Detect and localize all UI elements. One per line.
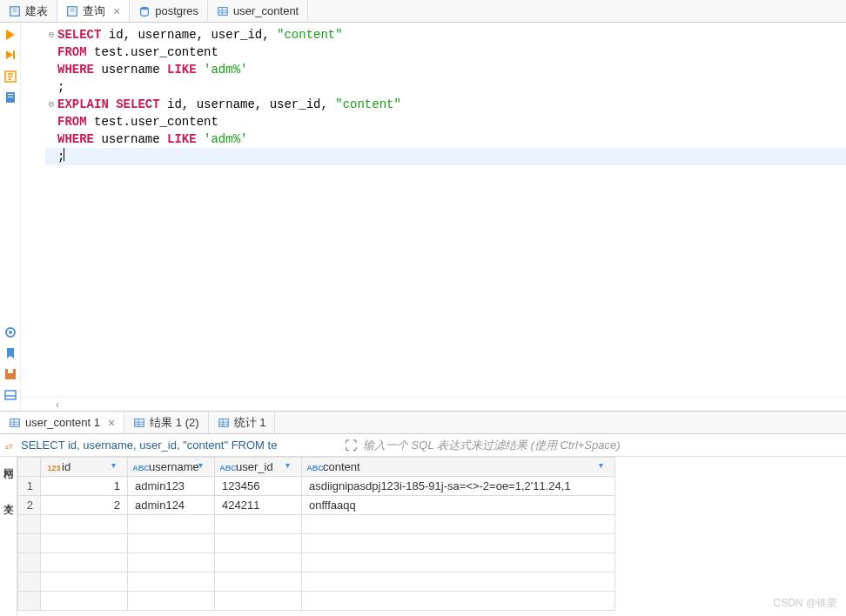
close-icon[interactable]: × xyxy=(108,416,115,430)
svg-rect-13 xyxy=(8,97,13,97)
cell[interactable]: 1 xyxy=(41,477,128,496)
sql-preview-text: SELECT id, username, user_id, "content" … xyxy=(21,439,277,452)
column-header[interactable]: ABCuser_id▾ xyxy=(215,458,302,477)
fold-marker[interactable]: ⊖ xyxy=(45,26,57,44)
results-tab[interactable]: 结果 1 (2) xyxy=(124,412,208,433)
svg-rect-3 xyxy=(218,7,228,15)
results-tab[interactable]: user_content 1× xyxy=(0,412,124,433)
results-tabs: user_content 1×结果 1 (2)统计 1 xyxy=(0,412,846,434)
svg-marker-8 xyxy=(6,50,13,59)
fold-marker[interactable]: ⊖ xyxy=(45,96,57,113)
run-icon[interactable] xyxy=(3,28,17,42)
editor-gutter xyxy=(21,23,42,397)
tab-label: 查询 xyxy=(83,3,105,19)
svg-rect-24 xyxy=(135,418,144,426)
editor-tab[interactable]: postgres xyxy=(130,0,208,22)
table-row xyxy=(18,534,615,553)
corner-cell xyxy=(18,458,41,477)
sql-preview[interactable]: sT SELECT id, username, user_id, "conten… xyxy=(0,439,344,452)
svg-marker-7 xyxy=(6,30,15,40)
table-icon xyxy=(9,417,21,429)
table-icon xyxy=(218,417,230,429)
svg-rect-18 xyxy=(5,391,16,399)
sql-icon xyxy=(66,5,78,17)
filter-input[interactable]: 输入一个 SQL 表达式来过滤结果 (使用 Ctrl+Space) xyxy=(358,438,846,453)
tab-label: 建表 xyxy=(25,3,48,19)
type-icon: 123 xyxy=(48,462,60,474)
tab-label: 结果 1 (2) xyxy=(150,415,198,431)
table-row xyxy=(18,572,615,592)
run-selection-icon[interactable] xyxy=(3,49,17,63)
grid-view-tabs: 网格 文本 xyxy=(0,457,17,616)
explain-icon[interactable] xyxy=(3,70,17,84)
table-row xyxy=(18,592,615,611)
row-number: 1 xyxy=(18,477,41,496)
sql-text-icon: sT xyxy=(5,439,17,452)
table-row[interactable]: 11admin123123456asdiignipasdpj123i-185-9… xyxy=(18,477,615,496)
column-header[interactable]: ABCcontent▾ xyxy=(302,458,615,477)
cell[interactable]: asdiignipasdpj123i-185-91j-sa=<>-2=oe=1,… xyxy=(302,477,615,496)
sql-icon xyxy=(9,5,21,17)
cell[interactable]: 2 xyxy=(41,496,128,515)
cell[interactable]: onfffaaqq xyxy=(302,496,615,515)
cell[interactable]: admin124 xyxy=(128,496,215,515)
filter-bar: sT SELECT id, username, user_id, "conten… xyxy=(0,434,846,457)
results-grid[interactable]: 123id▾ABCusername▾ABCuser_id▾ABCcontent▾… xyxy=(17,457,846,616)
svg-rect-20 xyxy=(10,418,20,426)
sql-editor[interactable]: ⊖SELECT id, username, user_id, "content"… xyxy=(42,23,846,397)
table-row xyxy=(18,553,615,572)
svg-rect-28 xyxy=(218,418,228,426)
cell[interactable]: 123456 xyxy=(215,477,302,496)
tab-label: user_content 1 xyxy=(25,416,100,429)
filter-icon[interactable]: ▾ xyxy=(198,460,211,472)
table-row xyxy=(18,515,615,534)
panel-icon[interactable] xyxy=(3,388,17,402)
type-icon: ABC xyxy=(222,462,234,474)
expand-icon[interactable]: ⛶ xyxy=(344,439,358,452)
cell[interactable]: admin123 xyxy=(128,477,215,496)
row-number: 2 xyxy=(18,496,41,515)
column-header[interactable]: 123id▾ xyxy=(41,458,128,477)
tab-label: user_content xyxy=(233,4,299,17)
svg-rect-17 xyxy=(8,369,13,373)
type-icon: ABC xyxy=(135,462,147,474)
settings-icon[interactable] xyxy=(3,325,17,339)
svg-point-15 xyxy=(9,331,12,334)
results-tab[interactable]: 统计 1 xyxy=(209,412,276,433)
type-icon: ABC xyxy=(309,462,321,474)
horizontal-scrollbar[interactable]: ‹ xyxy=(21,397,846,411)
filter-icon[interactable]: ▾ xyxy=(285,460,298,472)
svg-rect-12 xyxy=(8,94,13,95)
svg-rect-9 xyxy=(13,50,15,59)
bookmark-icon[interactable] xyxy=(3,346,17,360)
save-icon[interactable] xyxy=(3,367,17,381)
filter-icon[interactable]: ▾ xyxy=(599,460,611,472)
column-header[interactable]: ABCusername▾ xyxy=(128,458,215,477)
editor-tabs: 建表 查询×postgresuser_content xyxy=(0,0,846,23)
svg-text:sT: sT xyxy=(5,442,13,450)
table-row[interactable]: 22admin124424211onfffaaqq xyxy=(18,496,615,515)
table-icon xyxy=(133,417,145,429)
tab-label: 统计 1 xyxy=(234,415,266,431)
cell[interactable]: 424211 xyxy=(215,496,302,515)
db-icon xyxy=(138,5,151,17)
close-icon[interactable]: × xyxy=(113,4,120,18)
editor-tab[interactable]: 查询× xyxy=(57,0,130,22)
table-icon xyxy=(217,5,229,17)
filter-icon[interactable]: ▾ xyxy=(111,460,124,472)
svg-point-2 xyxy=(141,6,149,10)
editor-tab[interactable]: 建表 xyxy=(0,0,57,22)
editor-tab[interactable]: user_content xyxy=(208,0,308,22)
left-toolbar xyxy=(0,23,21,411)
script-icon[interactable] xyxy=(3,90,17,104)
tab-label: postgres xyxy=(155,4,198,17)
